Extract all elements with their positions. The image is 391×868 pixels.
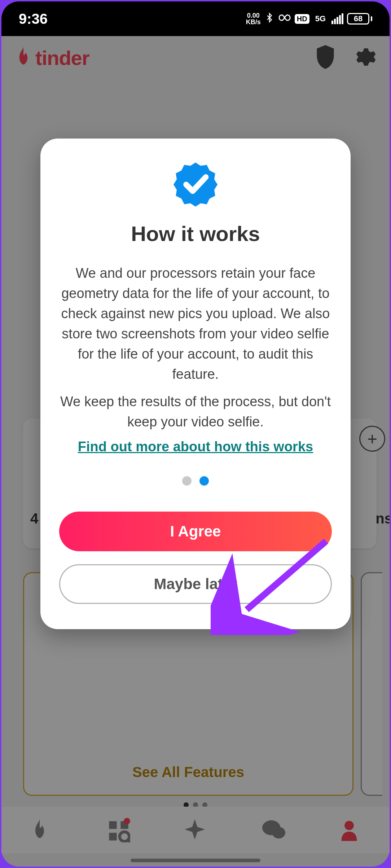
battery-icon: 68 [347,13,372,25]
phone-frame: 9:36 0.00 KB/s HD 5G 68 [1,1,390,867]
modal-body-2: We keep the results of the process, but … [59,391,332,432]
fiveg-badge: 5G [313,13,328,24]
status-time: 9:36 [19,11,48,27]
network-rate: 0.00 KB/s [246,12,261,25]
status-bar: 9:36 0.00 KB/s HD 5G 68 [1,1,390,36]
modal-body-1: We and our processors retain your face g… [59,263,332,384]
hd-badge: HD [295,14,309,24]
verified-badge-icon [59,160,332,207]
learn-more-link[interactable]: Find out more about how this works [59,439,332,455]
how-it-works-modal: How it works We and our processors retai… [40,139,351,629]
signal-icon [331,13,343,24]
modal-page-indicator [59,476,332,486]
loop-icon [278,13,291,25]
maybe-later-button[interactable]: Maybe later [59,564,332,604]
i-agree-button[interactable]: I Agree [59,512,332,551]
bluetooth-icon [264,11,274,27]
modal-title: How it works [59,222,332,246]
